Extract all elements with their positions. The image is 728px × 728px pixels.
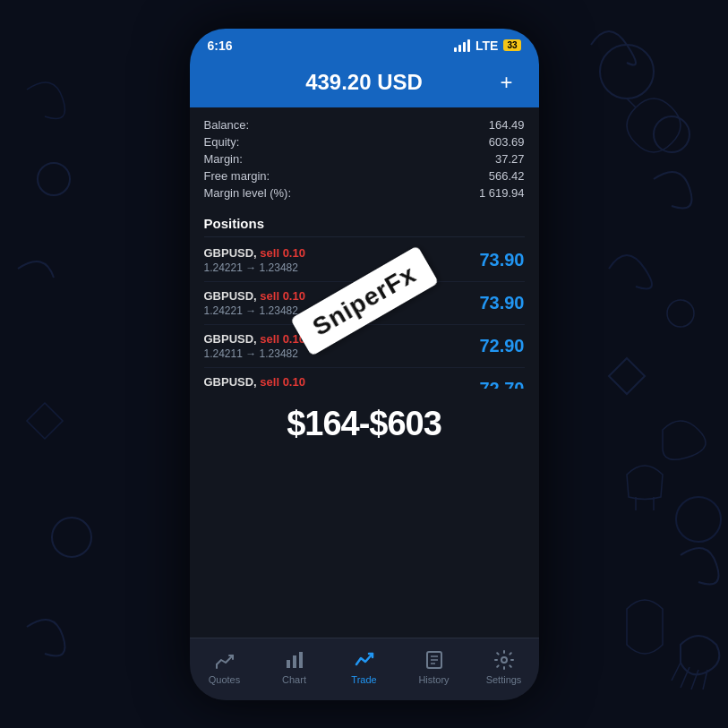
- summary-label: Equity:: [204, 135, 240, 149]
- position-action: sell 0.10: [260, 246, 305, 260]
- history-label: History: [418, 674, 449, 685]
- svg-point-4: [38, 163, 70, 195]
- trade-icon: [354, 649, 375, 671]
- position-row[interactable]: GBPUSD, sell 0.10 1.24209 → 1.23482 72.7…: [204, 368, 525, 389]
- summary-row: Free margin:566.42: [204, 167, 525, 184]
- position-pnl: 73.90: [479, 250, 524, 270]
- quotes-icon: [214, 649, 236, 671]
- status-right: LTE 33: [454, 39, 521, 53]
- position-action: sell 0.10: [260, 375, 305, 389]
- nav-item-settings[interactable]: Settings: [477, 649, 531, 685]
- position-action: sell 0.10: [260, 289, 305, 303]
- position-pair: GBPUSD, sell 0.10: [204, 246, 305, 260]
- position-pair: GBPUSD, sell 0.10: [204, 375, 305, 389]
- svg-point-5: [52, 518, 91, 557]
- position-info: GBPUSD, sell 0.10 1.24221 → 1.23482: [204, 246, 305, 274]
- bottom-navigation: Quotes Chart Trade History: [190, 638, 539, 700]
- nav-item-chart[interactable]: Chart: [268, 649, 321, 685]
- nav-item-history[interactable]: History: [407, 649, 461, 685]
- header: 439.20 USD +: [190, 61, 539, 107]
- profit-range-label: $164-$603: [287, 405, 441, 442]
- big-label-section: $164-$603: [190, 389, 539, 458]
- nav-item-quotes[interactable]: Quotes: [198, 649, 252, 685]
- summary-label: Margin level (%):: [204, 186, 292, 200]
- position-pnl: 72.70: [479, 379, 524, 389]
- account-summary: Balance:164.49Equity:603.69Margin:37.27F…: [190, 107, 539, 209]
- svg-rect-13: [293, 655, 296, 668]
- lte-badge: 33: [503, 39, 520, 51]
- settings-icon: [493, 649, 515, 671]
- chart-label: Chart: [282, 674, 306, 685]
- chart-icon: [284, 649, 305, 671]
- status-bar: 6:16 LTE 33: [190, 29, 539, 61]
- position-prices: 1.24221 → 1.23482: [204, 261, 305, 274]
- summary-row: Equity:603.69: [204, 133, 525, 150]
- svg-line-10: [703, 670, 707, 689]
- nav-item-trade[interactable]: Trade: [338, 649, 391, 685]
- position-info: GBPUSD, sell 0.10 1.24221 → 1.23482: [204, 289, 305, 317]
- signal-icon: [454, 39, 470, 52]
- summary-value: 37.27: [495, 152, 525, 166]
- svg-rect-12: [287, 660, 290, 668]
- svg-line-6: [627, 98, 636, 107]
- summary-row: Margin level (%):1 619.94: [204, 184, 525, 201]
- position-pnl: 73.90: [479, 293, 524, 313]
- position-row[interactable]: GBPUSD, sell 0.10 1.24211 → 1.23482 72.9…: [204, 325, 525, 368]
- summary-label: Margin:: [204, 152, 243, 166]
- position-prices: 1.24211 → 1.23482: [204, 347, 305, 360]
- position-info: GBPUSD, sell 0.10 1.24211 → 1.23482: [204, 332, 305, 360]
- quotes-label: Quotes: [209, 674, 240, 685]
- summary-row: Balance:164.49: [204, 116, 525, 133]
- positions-title: Positions: [204, 209, 525, 237]
- trade-label: Trade: [351, 674, 376, 685]
- summary-value: 603.69: [489, 135, 525, 149]
- summary-label: Balance:: [204, 118, 250, 132]
- position-prices: 1.24221 → 1.23482: [204, 304, 305, 317]
- content-spacer: [190, 458, 539, 638]
- phone-container: 6:16 LTE 33 439.20 USD + Balance:164.49E…: [190, 29, 539, 700]
- svg-point-3: [676, 497, 721, 542]
- position-pair: GBPUSD, sell 0.10: [204, 332, 305, 346]
- svg-line-7: [672, 663, 681, 681]
- position-info: GBPUSD, sell 0.10 1.24209 → 1.23482: [204, 375, 305, 389]
- svg-point-0: [600, 45, 654, 98]
- svg-point-19: [501, 657, 507, 663]
- svg-rect-14: [299, 652, 303, 668]
- svg-point-1: [654, 116, 689, 152]
- time-display: 6:16: [208, 39, 233, 53]
- summary-value: 566.42: [489, 169, 525, 183]
- svg-line-9: [691, 670, 698, 689]
- settings-label: Settings: [486, 674, 522, 685]
- svg-line-8: [681, 667, 689, 688]
- history-icon: [424, 649, 445, 671]
- add-button[interactable]: +: [492, 68, 521, 97]
- svg-point-2: [667, 300, 694, 327]
- summary-label: Free margin:: [204, 169, 270, 183]
- summary-value: 1 619.94: [479, 186, 525, 200]
- position-pnl: 72.90: [479, 336, 524, 356]
- summary-value: 164.49: [489, 118, 525, 132]
- account-amount: 439.20 USD: [305, 70, 423, 95]
- summary-row: Margin:37.27: [204, 150, 525, 167]
- position-pair: GBPUSD, sell 0.10: [204, 289, 305, 303]
- lte-label: LTE: [475, 39, 498, 53]
